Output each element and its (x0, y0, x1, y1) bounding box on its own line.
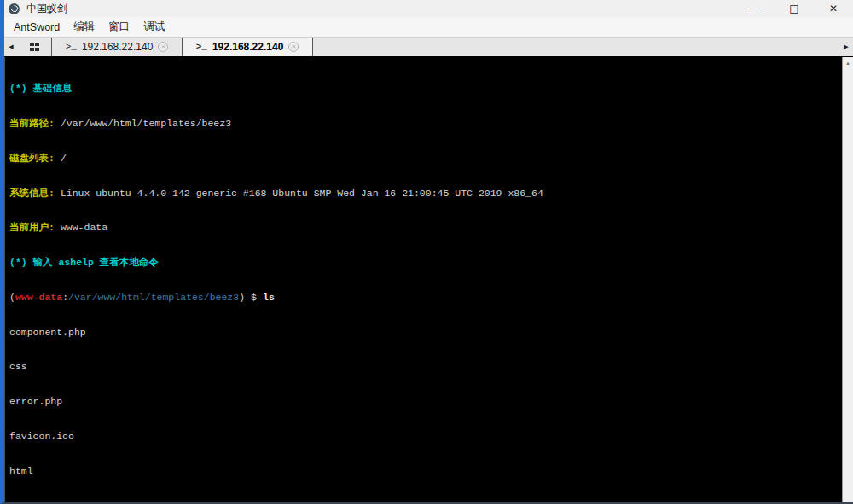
logo-swirl-shape (9, 3, 19, 13)
antsword-window: 中国蚁剑 — □ ✕ AntSword 编辑 窗口 调试 ◀ >_ 192.16… (0, 0, 853, 504)
file-entry: css (9, 361, 842, 373)
file-entry: images (9, 501, 842, 502)
tab-terminal-1[interactable]: >_ 192.168.22.140 × (52, 38, 183, 56)
minimize-button[interactable]: — (735, 0, 775, 17)
terminal-prompt-line: (www-data:/var/www/html/templates/beez3)… (9, 292, 842, 304)
menu-bar: AntSword 编辑 窗口 调试 (4, 17, 853, 38)
file-entry: component.php (9, 327, 842, 339)
terminal-help-line: (*) 输入 ashelp 查看本地命令 (9, 257, 159, 268)
grid-icon (30, 43, 40, 51)
terminal-prompt-icon: >_ (66, 42, 77, 52)
terminal-field-user: 当前用户:www-data (9, 222, 842, 234)
tab-close-icon[interactable]: × (158, 42, 168, 52)
antsword-logo-icon (9, 3, 20, 14)
terminal-section-header: (*) 基础信息 (9, 83, 73, 94)
terminal-scrollbar[interactable]: ▲ (842, 57, 853, 502)
tab-label: 192.168.22.140 (82, 41, 153, 53)
terminal-prompt-icon: >_ (196, 42, 207, 52)
file-entry: favicon.ico (9, 431, 842, 443)
tab-scroll-right-icon[interactable]: ▶ (839, 38, 853, 56)
tab-terminal-2-active[interactable]: >_ 192.168.22.140 × (183, 38, 313, 56)
tab-bar: ◀ >_ 192.168.22.140 × >_ 192.168.22.140 … (4, 38, 853, 56)
tab-bar-filler (313, 38, 839, 56)
terminal-output[interactable]: (*) 基础信息 当前路径:/var/www/html/templates/be… (4, 57, 842, 502)
menu-antsword[interactable]: AntSword (7, 20, 67, 35)
tab-scroll-left-icon[interactable]: ◀ (4, 38, 18, 56)
terminal-command: ls (263, 292, 275, 303)
file-entry: error.php (9, 396, 842, 408)
scrollbar-up-icon[interactable]: ▲ (843, 57, 853, 69)
title-bar: 中国蚁剑 — □ ✕ (4, 0, 853, 17)
maximize-button[interactable]: □ (775, 0, 814, 17)
tab-close-icon[interactable]: × (288, 42, 299, 52)
file-entry: html (9, 466, 842, 478)
terminal-field-system: 系统信息:Linux ubuntu 4.4.0-142-generic #168… (9, 188, 842, 200)
menu-debug[interactable]: 调试 (136, 18, 171, 36)
window-title: 中国蚁剑 (26, 2, 67, 16)
terminal-field-disks: 磁盘列表:/ (9, 153, 842, 165)
tab-manager-button[interactable] (18, 38, 52, 56)
menu-edit[interactable]: 编辑 (67, 18, 102, 36)
tab-label: 192.168.22.140 (212, 41, 283, 53)
terminal-field-path: 当前路径:/var/www/html/templates/beez3 (9, 118, 842, 130)
menu-window[interactable]: 窗口 (102, 18, 136, 36)
close-button[interactable]: ✕ (814, 0, 853, 17)
window-controls: — □ ✕ (735, 0, 853, 17)
